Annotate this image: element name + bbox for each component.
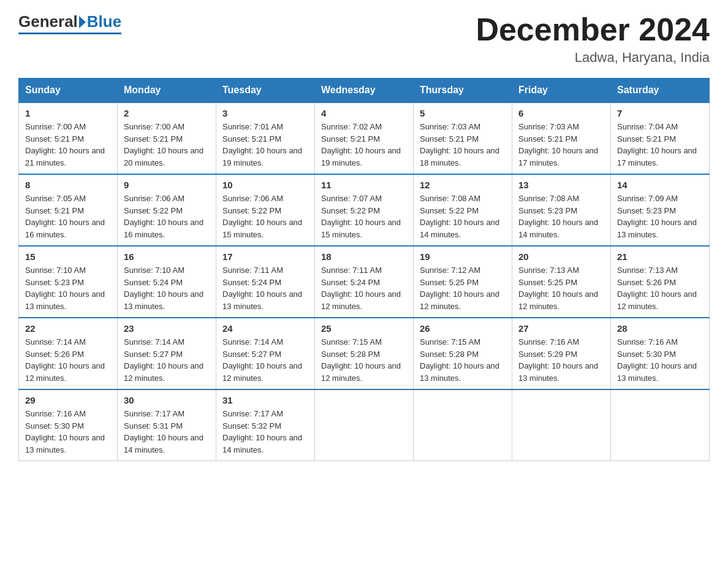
weekday-header-tuesday: Tuesday	[216, 79, 315, 103]
calendar-cell: 1Sunrise: 7:00 AMSunset: 5:21 PMDaylight…	[19, 102, 118, 174]
day-info: Sunrise: 7:10 AMSunset: 5:23 PMDaylight:…	[25, 264, 111, 312]
calendar-cell: 21Sunrise: 7:13 AMSunset: 5:26 PMDayligh…	[611, 246, 710, 318]
calendar-cell: 17Sunrise: 7:11 AMSunset: 5:24 PMDayligh…	[216, 246, 315, 318]
day-info: Sunrise: 7:15 AMSunset: 5:28 PMDaylight:…	[420, 336, 506, 384]
day-info: Sunrise: 7:06 AMSunset: 5:22 PMDaylight:…	[124, 193, 210, 240]
day-number: 25	[321, 323, 407, 334]
day-number: 30	[124, 395, 210, 405]
calendar-cell: 19Sunrise: 7:12 AMSunset: 5:25 PMDayligh…	[414, 246, 512, 318]
calendar-cell: 18Sunrise: 7:11 AMSunset: 5:24 PMDayligh…	[315, 246, 414, 318]
calendar-cell	[315, 389, 414, 461]
day-info: Sunrise: 7:15 AMSunset: 5:28 PMDaylight:…	[321, 336, 407, 384]
day-number: 15	[25, 251, 111, 262]
day-info: Sunrise: 7:00 AMSunset: 5:21 PMDaylight:…	[124, 121, 210, 169]
calendar-cell: 27Sunrise: 7:16 AMSunset: 5:29 PMDayligh…	[512, 318, 611, 389]
calendar-cell: 14Sunrise: 7:09 AMSunset: 5:23 PMDayligh…	[611, 174, 710, 246]
weekday-header-thursday: Thursday	[414, 79, 512, 103]
weekday-header-monday: Monday	[118, 79, 216, 103]
logo-blue-text: Blue	[87, 12, 121, 31]
calendar-cell: 29Sunrise: 7:16 AMSunset: 5:30 PMDayligh…	[19, 389, 118, 461]
day-info: Sunrise: 7:11 AMSunset: 5:24 PMDaylight:…	[222, 264, 308, 312]
weekday-header-row: SundayMondayTuesdayWednesdayThursdayFrid…	[19, 79, 710, 103]
week-row-5: 29Sunrise: 7:16 AMSunset: 5:30 PMDayligh…	[19, 389, 710, 461]
calendar-cell: 4Sunrise: 7:02 AMSunset: 5:21 PMDaylight…	[315, 102, 414, 174]
calendar-cell: 25Sunrise: 7:15 AMSunset: 5:28 PMDayligh…	[315, 318, 414, 389]
day-number: 9	[124, 180, 210, 190]
calendar-cell: 8Sunrise: 7:05 AMSunset: 5:21 PMDaylight…	[19, 174, 118, 246]
calendar-cell: 10Sunrise: 7:06 AMSunset: 5:22 PMDayligh…	[216, 174, 315, 246]
week-row-2: 8Sunrise: 7:05 AMSunset: 5:21 PMDaylight…	[19, 174, 710, 246]
calendar-cell: 24Sunrise: 7:14 AMSunset: 5:27 PMDayligh…	[216, 318, 315, 389]
day-info: Sunrise: 7:02 AMSunset: 5:21 PMDaylight:…	[321, 121, 407, 169]
weekday-header-saturday: Saturday	[611, 79, 710, 103]
calendar-cell: 22Sunrise: 7:14 AMSunset: 5:26 PMDayligh…	[19, 318, 118, 389]
day-info: Sunrise: 7:16 AMSunset: 5:30 PMDaylight:…	[25, 408, 111, 456]
day-info: Sunrise: 7:16 AMSunset: 5:29 PMDaylight:…	[518, 336, 604, 384]
calendar-cell: 26Sunrise: 7:15 AMSunset: 5:28 PMDayligh…	[414, 318, 512, 389]
calendar-cell: 31Sunrise: 7:17 AMSunset: 5:32 PMDayligh…	[216, 389, 315, 461]
day-number: 31	[222, 395, 308, 405]
page-header: General Blue December 2024 Ladwa, Haryan…	[18, 12, 710, 66]
calendar-cell: 16Sunrise: 7:10 AMSunset: 5:24 PMDayligh…	[118, 246, 216, 318]
day-number: 8	[25, 180, 111, 190]
day-info: Sunrise: 7:13 AMSunset: 5:25 PMDaylight:…	[518, 264, 604, 312]
day-number: 14	[617, 180, 703, 190]
week-row-4: 22Sunrise: 7:14 AMSunset: 5:26 PMDayligh…	[19, 318, 710, 389]
title-block: December 2024 Ladwa, Haryana, India	[476, 12, 710, 66]
weekday-header-wednesday: Wednesday	[315, 79, 414, 103]
day-info: Sunrise: 7:00 AMSunset: 5:21 PMDaylight:…	[25, 121, 111, 169]
month-title: December 2024	[476, 12, 710, 47]
day-number: 27	[518, 323, 604, 334]
day-info: Sunrise: 7:04 AMSunset: 5:21 PMDaylight:…	[617, 121, 703, 169]
day-number: 3	[222, 108, 308, 118]
calendar-cell: 3Sunrise: 7:01 AMSunset: 5:21 PMDaylight…	[216, 102, 315, 174]
day-number: 24	[222, 323, 308, 334]
day-number: 21	[617, 251, 703, 262]
calendar-cell: 6Sunrise: 7:03 AMSunset: 5:21 PMDaylight…	[512, 102, 611, 174]
day-number: 11	[321, 180, 407, 190]
day-info: Sunrise: 7:07 AMSunset: 5:22 PMDaylight:…	[321, 193, 407, 240]
day-number: 10	[222, 180, 308, 190]
day-number: 28	[617, 323, 703, 334]
calendar-cell: 20Sunrise: 7:13 AMSunset: 5:25 PMDayligh…	[512, 246, 611, 318]
calendar-cell: 30Sunrise: 7:17 AMSunset: 5:31 PMDayligh…	[118, 389, 216, 461]
day-number: 5	[420, 108, 506, 118]
day-info: Sunrise: 7:03 AMSunset: 5:21 PMDaylight:…	[518, 121, 604, 169]
weekday-header-sunday: Sunday	[19, 79, 118, 103]
day-number: 17	[222, 251, 308, 262]
calendar-cell: 7Sunrise: 7:04 AMSunset: 5:21 PMDaylight…	[611, 102, 710, 174]
day-info: Sunrise: 7:05 AMSunset: 5:21 PMDaylight:…	[25, 193, 111, 240]
calendar-cell	[414, 389, 512, 461]
calendar-cell: 12Sunrise: 7:08 AMSunset: 5:22 PMDayligh…	[414, 174, 512, 246]
day-info: Sunrise: 7:08 AMSunset: 5:23 PMDaylight:…	[518, 193, 604, 240]
day-number: 20	[518, 251, 604, 262]
calendar-cell: 28Sunrise: 7:16 AMSunset: 5:30 PMDayligh…	[611, 318, 710, 389]
calendar-cell: 13Sunrise: 7:08 AMSunset: 5:23 PMDayligh…	[512, 174, 611, 246]
day-info: Sunrise: 7:11 AMSunset: 5:24 PMDaylight:…	[321, 264, 407, 312]
day-info: Sunrise: 7:10 AMSunset: 5:24 PMDaylight:…	[124, 264, 210, 312]
day-info: Sunrise: 7:09 AMSunset: 5:23 PMDaylight:…	[617, 193, 703, 240]
calendar-cell: 15Sunrise: 7:10 AMSunset: 5:23 PMDayligh…	[19, 246, 118, 318]
location: Ladwa, Haryana, India	[476, 50, 710, 66]
day-info: Sunrise: 7:01 AMSunset: 5:21 PMDaylight:…	[222, 121, 308, 169]
day-number: 16	[124, 251, 210, 262]
day-info: Sunrise: 7:17 AMSunset: 5:32 PMDaylight:…	[222, 408, 308, 456]
day-info: Sunrise: 7:17 AMSunset: 5:31 PMDaylight:…	[124, 408, 210, 456]
day-info: Sunrise: 7:03 AMSunset: 5:21 PMDaylight:…	[420, 121, 506, 169]
logo-general-text: General	[18, 12, 78, 31]
calendar-cell	[512, 389, 611, 461]
day-info: Sunrise: 7:13 AMSunset: 5:26 PMDaylight:…	[617, 264, 703, 312]
week-row-1: 1Sunrise: 7:00 AMSunset: 5:21 PMDaylight…	[19, 102, 710, 174]
day-number: 4	[321, 108, 407, 118]
calendar-cell: 2Sunrise: 7:00 AMSunset: 5:21 PMDaylight…	[118, 102, 216, 174]
day-number: 22	[25, 323, 111, 334]
day-number: 18	[321, 251, 407, 262]
calendar-cell: 9Sunrise: 7:06 AMSunset: 5:22 PMDaylight…	[118, 174, 216, 246]
calendar-cell	[611, 389, 710, 461]
day-number: 7	[617, 108, 703, 118]
day-info: Sunrise: 7:14 AMSunset: 5:27 PMDaylight:…	[222, 336, 308, 384]
week-row-3: 15Sunrise: 7:10 AMSunset: 5:23 PMDayligh…	[19, 246, 710, 318]
day-number: 1	[25, 108, 111, 118]
day-info: Sunrise: 7:12 AMSunset: 5:25 PMDaylight:…	[420, 264, 506, 312]
day-info: Sunrise: 7:08 AMSunset: 5:22 PMDaylight:…	[420, 193, 506, 240]
